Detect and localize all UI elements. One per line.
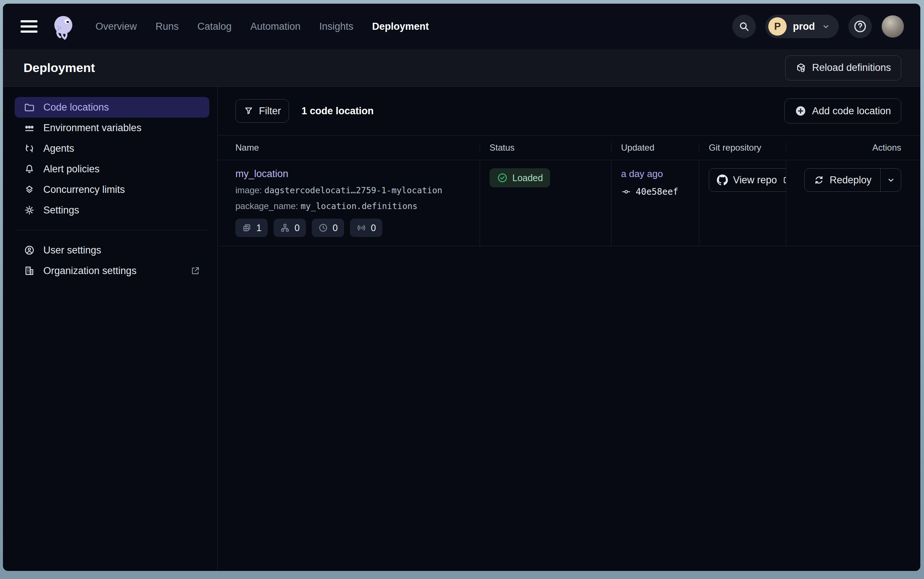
commit-line: 40e58eef xyxy=(621,186,699,197)
code-location-row: my_location image: dagstercodelocati…275… xyxy=(218,160,920,246)
sidebar-item-alert-policies[interactable]: Alert policies xyxy=(15,159,209,179)
sidebar-item-label: Code locations xyxy=(43,102,109,113)
sidebar-item-label: Organization settings xyxy=(43,265,137,276)
filter-button[interactable]: Filter xyxy=(235,99,289,123)
bell-icon xyxy=(23,163,35,175)
reload-definitions-icon xyxy=(795,62,806,74)
deployment-switcher[interactable]: P prod xyxy=(766,15,839,38)
commit-hash: 40e58eef xyxy=(636,186,678,197)
redeploy-label: Redeploy xyxy=(829,175,872,186)
code-locations-toolbar: Filter 1 code location Add code location xyxy=(218,87,920,135)
actions-cell: Redeploy xyxy=(786,160,920,246)
filter-button-label: Filter xyxy=(259,105,281,117)
dagster-logo[interactable] xyxy=(50,13,78,41)
jobs-count: 0 xyxy=(294,222,300,233)
git-repository-cell: View repo xyxy=(699,160,786,246)
nav-item-overview[interactable]: Overview xyxy=(95,21,137,32)
assets-count: 1 xyxy=(256,222,261,233)
add-icon xyxy=(795,105,806,117)
jobs-icon xyxy=(280,222,290,233)
column-header-name: Name xyxy=(218,142,480,153)
sidebar-item-agents[interactable]: Agents xyxy=(15,138,209,159)
package-label: package_name: xyxy=(235,201,298,211)
help-button[interactable] xyxy=(848,15,872,38)
page-header: Deployment Reload definitions xyxy=(3,49,920,87)
content-area: Code locations Environment variables xyxy=(3,87,920,571)
status-badge: Loaded xyxy=(490,168,550,187)
deployment-sidebar: Code locations Environment variables xyxy=(3,87,218,571)
assets-icon xyxy=(242,222,252,233)
user-avatar[interactable] xyxy=(882,15,904,38)
status-cell: Loaded xyxy=(480,160,611,246)
sensors-icon xyxy=(356,222,367,233)
nav-item-catalog[interactable]: Catalog xyxy=(198,21,232,32)
nav-item-deployment[interactable]: Deployment xyxy=(372,21,429,32)
layers-icon xyxy=(23,184,35,195)
main-panel: Filter 1 code location Add code location… xyxy=(218,87,920,571)
primary-nav: Overview Runs Catalog Automation Insight… xyxy=(95,21,429,32)
table-header: Name Status Updated Git repository Actio… xyxy=(218,135,920,160)
package-meta-line: package_name: my_location.definitions xyxy=(235,201,480,211)
nav-item-insights[interactable]: Insights xyxy=(319,21,353,32)
redeploy-menu-button[interactable] xyxy=(880,168,901,191)
chevron-down-icon xyxy=(821,22,831,31)
schedules-count-badge: 0 xyxy=(312,219,344,237)
chevron-down-icon xyxy=(886,175,896,185)
definition-count-badges: 1 0 xyxy=(235,219,480,237)
redeploy-icon xyxy=(813,175,824,185)
column-header-actions: Actions xyxy=(786,142,920,153)
image-value: dagstercodelocati…2759-1-mylocation xyxy=(264,185,442,195)
status-check-icon xyxy=(497,172,508,183)
updated-time-link[interactable]: a day ago xyxy=(621,168,663,180)
sidebar-item-organization-settings[interactable]: Organization settings xyxy=(15,260,209,281)
user-circle-icon xyxy=(23,244,35,256)
help-icon xyxy=(853,20,867,33)
sidebar-item-label: Alert policies xyxy=(43,164,100,175)
jobs-count-badge: 0 xyxy=(274,219,306,237)
redeploy-button[interactable]: Redeploy xyxy=(805,168,880,191)
search-icon xyxy=(738,21,750,32)
building-icon xyxy=(23,265,35,276)
sidebar-item-label: Concurrency limits xyxy=(43,184,125,195)
env-vars-icon xyxy=(23,122,35,134)
hamburger-menu-icon[interactable] xyxy=(21,20,38,33)
nav-item-automation[interactable]: Automation xyxy=(250,21,301,32)
nav-item-runs[interactable]: Runs xyxy=(156,21,179,32)
folder-icon xyxy=(23,101,35,113)
app-window: Overview Runs Catalog Automation Insight… xyxy=(3,4,920,571)
view-repo-label: View repo xyxy=(733,175,777,186)
reload-definitions-button[interactable]: Reload definitions xyxy=(785,56,901,80)
code-location-link[interactable]: my_location xyxy=(235,168,288,180)
add-code-location-button[interactable]: Add code location xyxy=(784,98,901,123)
code-location-count: 1 code location xyxy=(302,105,374,117)
updated-cell: a day ago 40e58eef xyxy=(611,160,699,246)
column-header-updated: Updated xyxy=(611,142,699,153)
commit-icon xyxy=(621,186,631,197)
sidebar-item-settings[interactable]: Settings xyxy=(15,200,209,221)
view-repo-button[interactable]: View repo xyxy=(709,168,786,192)
sidebar-item-code-locations[interactable]: Code locations xyxy=(15,97,209,118)
filter-icon xyxy=(243,106,254,116)
search-button[interactable] xyxy=(732,15,756,38)
sidebar-item-label: Settings xyxy=(43,204,79,216)
sidebar-item-label: User settings xyxy=(43,245,101,256)
external-link-icon xyxy=(190,266,201,276)
package-value: my_location.definitions xyxy=(300,201,418,211)
image-meta-line: image: dagstercodelocati…2759-1-mylocati… xyxy=(235,185,480,195)
reload-definitions-label: Reload definitions xyxy=(812,62,891,74)
github-icon xyxy=(717,175,728,185)
sidebar-item-label: Agents xyxy=(43,143,74,154)
schedules-count: 0 xyxy=(333,222,338,233)
gear-icon xyxy=(23,204,35,216)
top-nav: Overview Runs Catalog Automation Insight… xyxy=(3,4,920,49)
assets-count-badge: 1 xyxy=(235,219,268,237)
page-title: Deployment xyxy=(23,61,95,75)
status-label: Loaded xyxy=(512,173,543,183)
sidebar-item-environment-variables[interactable]: Environment variables xyxy=(15,118,209,138)
sidebar-item-user-settings[interactable]: User settings xyxy=(15,240,209,260)
deployment-switcher-label: prod xyxy=(793,21,815,32)
column-header-git-repository: Git repository xyxy=(699,142,786,153)
sidebar-item-concurrency-limits[interactable]: Concurrency limits xyxy=(15,179,209,200)
sensors-count-badge: 0 xyxy=(350,219,382,237)
column-header-status: Status xyxy=(480,142,611,153)
